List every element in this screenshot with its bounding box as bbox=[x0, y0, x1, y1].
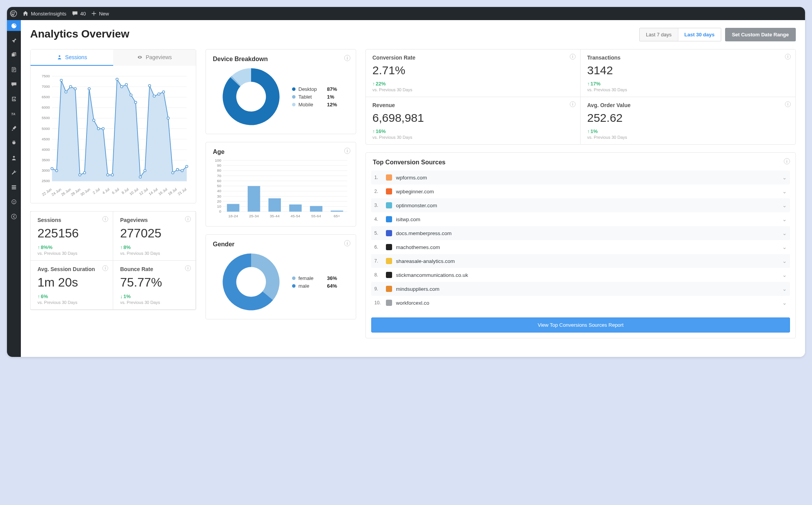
sidebar-dl[interactable] bbox=[7, 94, 21, 104]
info-icon[interactable]: i bbox=[570, 101, 576, 107]
svg-text:60: 60 bbox=[217, 179, 221, 183]
source-rank: 5. bbox=[374, 230, 382, 236]
svg-text:7500: 7500 bbox=[42, 74, 50, 78]
legend-label: Mobile bbox=[299, 102, 324, 107]
sidebar-insights[interactable] bbox=[7, 196, 21, 207]
sidebar-ta[interactable]: TA bbox=[7, 108, 21, 119]
svg-point-50 bbox=[144, 169, 146, 172]
info-icon[interactable]: i bbox=[185, 265, 191, 271]
info-icon[interactable]: i bbox=[784, 158, 790, 164]
gender-card: Gender i female 36% male 64% bbox=[206, 234, 356, 319]
source-row[interactable]: 4. isitwp.com ⌄ bbox=[371, 212, 790, 226]
svg-point-7 bbox=[58, 55, 60, 57]
info-icon[interactable]: i bbox=[785, 54, 791, 60]
svg-point-45 bbox=[121, 85, 123, 88]
svg-text:4 Jul: 4 Jul bbox=[102, 187, 110, 195]
tab-sessions[interactable]: Sessions bbox=[31, 49, 113, 66]
svg-text:70: 70 bbox=[217, 174, 221, 178]
sidebar-plugins[interactable] bbox=[7, 138, 21, 148]
svg-text:30: 30 bbox=[217, 194, 221, 198]
svg-text:18-24: 18-24 bbox=[228, 214, 238, 218]
legend-row: Desktop 87% bbox=[292, 86, 342, 92]
svg-point-51 bbox=[148, 84, 151, 87]
source-row[interactable]: 10. workforcexl.co ⌄ bbox=[371, 296, 790, 310]
svg-text:4000: 4000 bbox=[42, 147, 50, 152]
info-icon[interactable]: i bbox=[344, 240, 350, 246]
source-row[interactable]: 7. shareasale-analytics.com ⌄ bbox=[371, 254, 790, 268]
range-7-button[interactable]: Last 7 days bbox=[640, 28, 678, 41]
admin-site-link[interactable]: MonsterInsights bbox=[22, 10, 66, 17]
info-icon[interactable]: i bbox=[344, 148, 350, 154]
svg-point-34 bbox=[70, 85, 72, 88]
person-icon bbox=[57, 55, 62, 60]
chevron-down-icon: ⌄ bbox=[782, 230, 787, 236]
tab-pageviews-label: Pageviews bbox=[146, 54, 172, 60]
source-row[interactable]: 3. optinmonster.com ⌄ bbox=[371, 198, 790, 212]
legend-percent: 87% bbox=[327, 86, 342, 92]
svg-point-6 bbox=[12, 214, 17, 219]
view-sources-report-button[interactable]: View Top Conversions Sources Report bbox=[371, 317, 790, 333]
chevron-down-icon: ⌄ bbox=[782, 216, 787, 222]
sidebar-users[interactable] bbox=[7, 152, 21, 163]
sidebar-dashboard[interactable] bbox=[7, 20, 21, 31]
chevron-down-icon: ⌄ bbox=[782, 258, 787, 264]
source-row[interactable]: 5. docs.memberpress.com ⌄ bbox=[371, 226, 790, 240]
svg-text:14 Jul: 14 Jul bbox=[148, 187, 158, 196]
legend-percent: 12% bbox=[327, 102, 342, 107]
svg-rect-99 bbox=[248, 186, 260, 212]
svg-point-2 bbox=[13, 156, 15, 158]
wp-logo[interactable] bbox=[10, 10, 17, 17]
svg-point-38 bbox=[88, 88, 90, 90]
info-icon[interactable]: i bbox=[102, 265, 108, 271]
device-donut-chart bbox=[220, 66, 282, 128]
source-row[interactable]: 1. wpforms.com ⌄ bbox=[371, 171, 790, 184]
stat-conv-rate: i Conversion Rate 2.71% ↑22% vs. Previou… bbox=[365, 49, 581, 97]
custom-range-button[interactable]: Set Custom Date Range bbox=[725, 28, 796, 41]
device-legend: Desktop 87% Tablet 1% Mobile 12% bbox=[292, 84, 342, 109]
info-icon[interactable]: i bbox=[185, 216, 191, 222]
sidebar-comments[interactable] bbox=[7, 79, 21, 90]
info-icon[interactable]: i bbox=[570, 54, 576, 60]
tab-pageviews[interactable]: Pageviews bbox=[113, 49, 196, 66]
source-domain: isitwp.com bbox=[396, 217, 778, 222]
svg-rect-97 bbox=[227, 204, 239, 212]
range-30-button[interactable]: Last 30 days bbox=[678, 28, 721, 41]
svg-point-46 bbox=[125, 84, 127, 86]
legend-swatch bbox=[292, 103, 296, 106]
sidebar-pages[interactable] bbox=[7, 64, 21, 75]
sidebar-appearance[interactable] bbox=[7, 123, 21, 134]
svg-point-37 bbox=[83, 172, 86, 174]
svg-point-39 bbox=[93, 119, 95, 121]
admin-comments[interactable]: 40 bbox=[72, 10, 86, 17]
favicon bbox=[386, 244, 392, 250]
wp-admin-bar: MonsterInsights 40 New bbox=[7, 7, 805, 20]
svg-text:TA: TA bbox=[11, 112, 15, 116]
favicon bbox=[386, 202, 392, 208]
top-conversion-sources-card: Top Conversion Sources i 1. wpforms.com … bbox=[365, 152, 796, 338]
source-rank: 2. bbox=[374, 189, 382, 194]
svg-text:18 Jul: 18 Jul bbox=[167, 187, 178, 196]
source-row[interactable]: 6. machothemes.com ⌄ bbox=[371, 240, 790, 254]
sessions-pageviews-tabs: Sessions Pageviews bbox=[31, 49, 196, 66]
svg-text:4500: 4500 bbox=[42, 137, 50, 141]
tab-sessions-label: Sessions bbox=[65, 54, 87, 60]
page-title: Analytics Overview bbox=[30, 28, 129, 40]
sidebar-settings[interactable] bbox=[7, 182, 21, 193]
info-icon[interactable]: i bbox=[785, 101, 791, 107]
sidebar-posts[interactable] bbox=[7, 35, 21, 46]
admin-new[interactable]: New bbox=[91, 11, 109, 17]
svg-text:3000: 3000 bbox=[42, 168, 50, 172]
svg-point-58 bbox=[181, 169, 183, 172]
info-icon[interactable]: i bbox=[102, 216, 108, 222]
stat-pageviews: i Pageviews 277025 ↑8% vs. Previous 30 D… bbox=[113, 211, 196, 261]
source-row[interactable]: 9. mindsuppliers.com ⌄ bbox=[371, 282, 790, 296]
source-row[interactable]: 2. wpbeginner.com ⌄ bbox=[371, 184, 790, 198]
sidebar-collapse[interactable] bbox=[7, 211, 21, 222]
source-row[interactable]: 8. stickmancommunications.co.uk ⌄ bbox=[371, 268, 790, 282]
sidebar-tools[interactable] bbox=[7, 167, 21, 178]
svg-text:10 Jul: 10 Jul bbox=[129, 187, 139, 196]
legend-swatch bbox=[292, 95, 296, 99]
sidebar-media[interactable] bbox=[7, 49, 21, 60]
favicon bbox=[386, 174, 392, 181]
info-icon[interactable]: i bbox=[344, 55, 350, 61]
